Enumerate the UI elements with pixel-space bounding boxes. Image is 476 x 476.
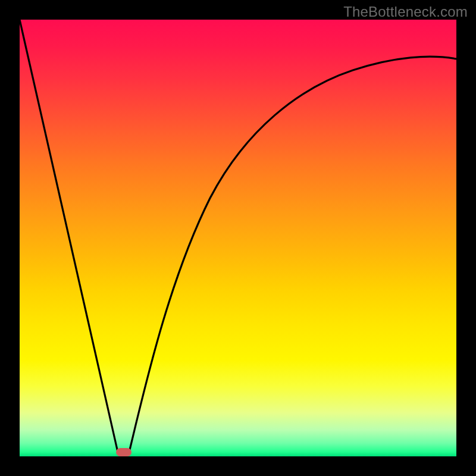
plot-area	[20, 20, 456, 456]
bottleneck-curve	[20, 20, 456, 456]
watermark-text: TheBottleneck.com	[343, 4, 468, 20]
trough-marker	[116, 448, 131, 456]
chart-frame: TheBottleneck.com	[0, 0, 476, 476]
right-branch	[129, 57, 456, 452]
left-branch	[20, 20, 118, 452]
